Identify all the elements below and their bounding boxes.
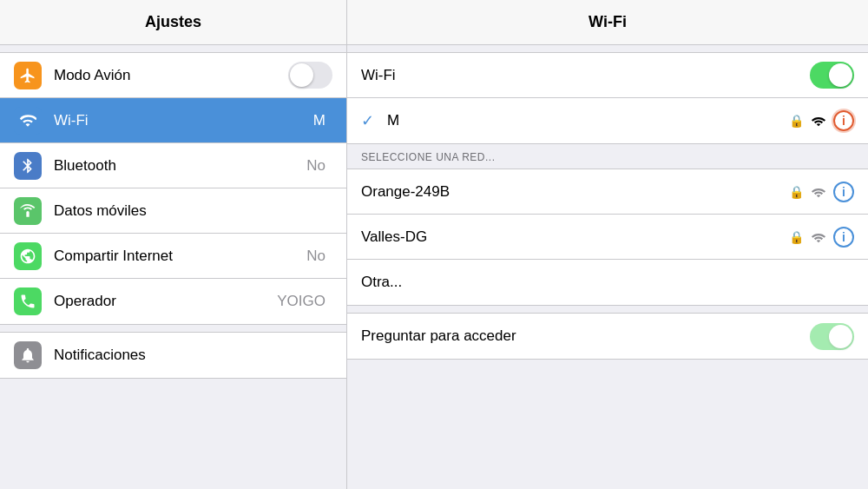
phone-icon [14,287,42,315]
info-btn-connected[interactable]: i [833,110,854,131]
sidebar-item-notificaciones[interactable]: Notificaciones [0,333,346,378]
settings-list: Modo Avión Wi-Fi M [0,52,346,325]
phone-svg [19,293,36,310]
network-valles-icons: 🔒 i [789,227,854,248]
settings-title: Ajustes [145,13,201,31]
ask-join-section: Preguntar para acceder [347,313,868,360]
sidebar-item-operador[interactable]: Operador YOIGO [0,279,346,324]
ask-join-toggle[interactable] [810,323,854,350]
hotspot-svg [19,248,36,265]
wifi-sidebar-label: Wi-Fi [54,112,313,129]
modo-avion-label: Modo Avión [54,67,288,84]
lock-icon-connected: 🔒 [789,114,804,128]
bluetooth-value: No [306,157,326,175]
network-valles-name: Valles-DG [361,228,789,246]
connected-network-row[interactable]: ✓ M 🔒 i [347,98,868,143]
operador-value: YOIGO [277,293,326,310]
wifi-sidebar-value: M [313,112,326,129]
main-content: Modo Avión Wi-Fi M [0,45,868,489]
ask-join-row: Preguntar para acceder [347,314,868,359]
header: Ajustes Wi-Fi [0,0,868,45]
notif-svg [19,347,36,364]
connected-network-icons: 🔒 i [789,110,854,131]
sidebar-item-bluetooth[interactable]: Bluetooth No [0,143,346,188]
plane-svg [19,67,36,84]
sidebar-item-modo-avion[interactable]: Modo Avión [0,53,346,98]
lock-icon-valles: 🔒 [789,230,804,244]
wifi-toggle-row: Wi-Fi [347,53,868,98]
compartir-value: No [306,248,326,265]
hotspot-icon [14,242,42,270]
ask-join-knob [829,325,852,348]
network-orange-name: Orange-249B [361,183,789,201]
notif-section: Notificaciones [0,332,346,379]
header-right: Wi-Fi [347,0,868,44]
lock-icon-orange: 🔒 [789,185,804,199]
signal-icon-orange [811,186,826,198]
bluetooth-icon [14,152,42,180]
signal-icon-connected [811,115,826,127]
network-otra-name: Otra... [361,274,854,291]
modo-avion-knob [290,63,313,87]
wifi-title: Wi-Fi [589,13,627,31]
wifi-sidebar-icon [14,107,42,135]
wifi-main-toggle[interactable] [810,62,854,89]
sidebar-item-wifi[interactable]: Wi-Fi M [0,98,346,143]
checkmark-icon: ✓ [361,111,378,130]
right-panel: Wi-Fi ✓ M 🔒 i SELECCIONE UNA RED... [347,45,868,489]
info-btn-valles[interactable]: i [833,227,854,248]
notif-icon [14,341,42,369]
wifi-main-label: Wi-Fi [361,67,810,84]
sidebar-item-datos-moviles[interactable]: Datos móviles [0,188,346,234]
wifi-main-knob [829,63,852,87]
wifi-toggle-section: Wi-Fi ✓ M 🔒 i [347,52,868,144]
wifi-svg [19,112,36,129]
compartir-label: Compartir Internet [54,248,306,265]
operador-label: Operador [54,293,277,310]
sidebar-item-compartir[interactable]: Compartir Internet No [0,234,346,279]
cellular-svg [19,202,36,220]
connected-network-name: M [387,112,789,129]
network-valles[interactable]: Valles-DG 🔒 i [347,215,868,260]
signal-icon-valles [811,231,826,243]
modo-avion-toggle[interactable] [288,62,332,89]
notificaciones-label: Notificaciones [54,347,332,364]
available-networks: Orange-249B 🔒 i Valles-DG 🔒 i [347,169,868,306]
network-orange[interactable]: Orange-249B 🔒 i [347,169,868,215]
info-btn-orange[interactable]: i [833,182,854,202]
network-section-header: SELECCIONE UNA RED... [347,144,868,169]
network-orange-icons: 🔒 i [789,182,854,202]
plane-icon [14,62,42,89]
ask-join-label: Preguntar para acceder [361,327,810,345]
network-otra[interactable]: Otra... [347,260,868,305]
left-panel: Modo Avión Wi-Fi M [0,45,347,489]
header-left: Ajustes [0,0,347,44]
bluetooth-label: Bluetooth [54,157,306,175]
cellular-icon [14,197,42,225]
bluetooth-svg [19,157,36,175]
datos-moviles-label: Datos móviles [54,202,332,220]
